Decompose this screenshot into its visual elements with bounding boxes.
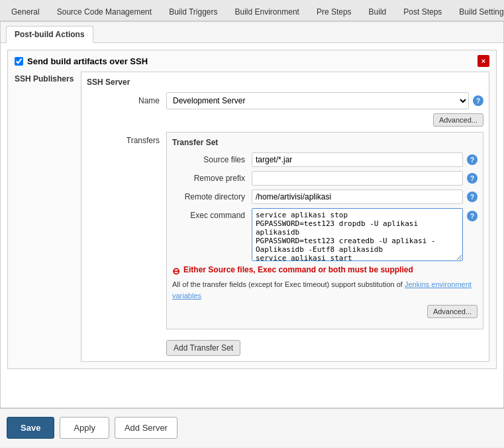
tab-source-code[interactable]: Source Code Management bbox=[48, 3, 160, 21]
source-files-input[interactable] bbox=[252, 152, 463, 167]
send-artifacts-checkbox[interactable] bbox=[15, 57, 23, 66]
exec-command-textarea[interactable] bbox=[252, 208, 463, 261]
send-artifacts-title: Send build artifacts over SSH bbox=[27, 56, 148, 66]
source-files-label: Source files bbox=[172, 155, 252, 164]
remove-prefix-row: Remove prefix ? bbox=[172, 171, 478, 186]
name-label: Name bbox=[87, 96, 166, 105]
info-text: All of the transfer fields (except for E… bbox=[172, 279, 478, 301]
transfer-set-advanced-button[interactable]: Advanced... bbox=[427, 305, 478, 318]
button-bar: Save Apply Add Server bbox=[0, 408, 504, 447]
transfer-set-box: Transfer Set Source files ? Remove prefi… bbox=[166, 132, 483, 329]
tab-build[interactable]: Build bbox=[360, 3, 395, 21]
tab-general[interactable]: General bbox=[3, 3, 48, 21]
ssh-publishers-row: SSH Publishers SSH Server Name Developme… bbox=[15, 72, 489, 362]
save-button[interactable]: Save bbox=[7, 417, 54, 439]
exec-command-label: Exec command bbox=[172, 208, 252, 220]
server-name-help-icon[interactable]: ? bbox=[473, 95, 483, 106]
remote-directory-input[interactable] bbox=[252, 190, 463, 204]
error-box: ⊖ Either Source files, Exec command or b… bbox=[172, 265, 478, 301]
error-message: ⊖ Either Source files, Exec command or b… bbox=[172, 265, 478, 276]
transfer-set-advanced-btn-row: Advanced... bbox=[172, 305, 478, 318]
exec-command-row: Exec command ? bbox=[172, 208, 478, 261]
remove-prefix-label: Remove prefix bbox=[172, 174, 252, 183]
section-tabs: Post-build Actions bbox=[1, 22, 503, 43]
tab-build-settings[interactable]: Build Settings bbox=[450, 3, 504, 21]
top-nav-tabs: General Source Code Management Build Tri… bbox=[0, 0, 504, 21]
tab-pre-steps[interactable]: Pre Steps bbox=[308, 3, 360, 21]
ssh-server-advanced-button[interactable]: Advanced... bbox=[433, 113, 483, 127]
tab-build-triggers[interactable]: Build Triggers bbox=[160, 3, 226, 21]
apply-button[interactable]: Apply bbox=[60, 417, 109, 439]
artifact-header: Send build artifacts over SSH × ? bbox=[15, 56, 489, 66]
main-content: Post-build Actions Send build artifacts … bbox=[0, 21, 504, 408]
ssh-publishers-label: SSH Publishers bbox=[15, 72, 81, 84]
close-artifact-button[interactable]: × bbox=[478, 55, 489, 67]
artifact-section: Send build artifacts over SSH × ? SSH Pu… bbox=[1, 43, 503, 376]
source-files-row: Source files ? bbox=[172, 152, 478, 167]
add-transfer-set-container: Add Transfer Set bbox=[166, 335, 483, 356]
info-text-prefix: All of the transfer fields (except for E… bbox=[172, 280, 405, 288]
name-row: Name Development Server ? bbox=[87, 92, 483, 109]
ssh-server-title: SSH Server bbox=[87, 78, 483, 87]
add-transfer-set-button[interactable]: Add Transfer Set bbox=[166, 340, 240, 356]
artifact-header-left: Send build artifacts over SSH bbox=[15, 56, 148, 66]
remote-directory-row: Remote directory ? bbox=[172, 190, 478, 204]
source-files-help-icon[interactable]: ? bbox=[467, 154, 478, 165]
server-name-select[interactable]: Development Server bbox=[166, 92, 469, 109]
tab-post-build-actions[interactable]: Post-build Actions bbox=[6, 26, 93, 43]
add-server-button[interactable]: Add Server bbox=[115, 417, 177, 439]
remove-prefix-help-icon[interactable]: ? bbox=[467, 173, 478, 184]
ssh-server-box: SSH Server Name Development Server ? Adv… bbox=[81, 72, 489, 362]
remote-directory-label: Remote directory bbox=[172, 192, 252, 201]
remove-prefix-input[interactable] bbox=[252, 171, 463, 186]
remote-directory-help-icon[interactable]: ? bbox=[467, 192, 478, 202]
error-icon: ⊖ bbox=[172, 266, 180, 276]
advanced-btn-row: Advanced... bbox=[87, 113, 483, 127]
tab-build-environment[interactable]: Build Environment bbox=[227, 3, 308, 21]
transfer-set-title: Transfer Set bbox=[172, 138, 478, 147]
error-text: Either Source files, Exec command or bot… bbox=[183, 265, 413, 274]
tab-post-steps[interactable]: Post Steps bbox=[395, 3, 450, 21]
exec-command-help-icon[interactable]: ? bbox=[467, 211, 478, 221]
transfers-row: Transfers Transfer Set Source files ? bbox=[87, 132, 483, 329]
transfers-label: Transfers bbox=[87, 132, 166, 145]
